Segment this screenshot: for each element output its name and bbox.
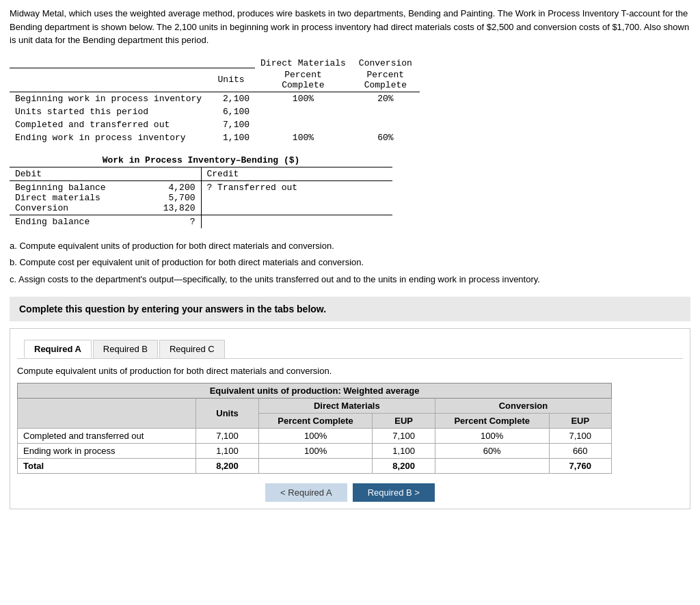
tab-required-a[interactable]: Required A (24, 340, 92, 358)
eup-conv-eup-header: EUP (549, 413, 612, 428)
t-account-credit-header: Credit (202, 167, 393, 180)
t-account-debit-row: Beginning balance4,200 (15, 183, 196, 193)
tab-required-c[interactable]: Required C (159, 340, 225, 358)
intro-text: Midway Metal, which uses the weighted av… (10, 7, 690, 47)
eup-dm-section: Direct Materials (258, 398, 435, 413)
eup-row-dm-pct[interactable]: 100% (258, 443, 373, 458)
complete-box: Complete this question by entering your … (10, 297, 690, 321)
tab-required-b[interactable]: Required B (93, 340, 158, 358)
tabs-wrapper: Required ARequired BRequired C (17, 336, 683, 359)
t-account: Work in Process Inventory–Bending ($) De… (10, 155, 392, 228)
eup-row-dm-pct[interactable] (258, 458, 373, 473)
eup-row-label: Ending work in process (18, 443, 196, 458)
dm-header: Direct Materials (255, 57, 351, 68)
unit-row-conv-pct: 20% (351, 92, 420, 105)
t-account-ending-left: Ending balance ? (10, 215, 202, 228)
unit-row-conv-pct: 60% (351, 131, 420, 144)
unit-row-dm-pct: 100% (255, 92, 351, 105)
eup-dm-pct-header: Percent Complete (258, 413, 373, 428)
questions: a. Compute equivalent units of productio… (10, 239, 690, 287)
unit-row-label: Completed and transferred out (10, 118, 207, 131)
unit-row-conv-pct (351, 105, 420, 118)
question-a: a. Compute equivalent units of productio… (10, 239, 690, 254)
unit-row-label: Beginning work in process inventory (10, 92, 207, 105)
eup-row-dm-eup[interactable]: 1,100 (373, 443, 435, 458)
eup-col-label (18, 398, 196, 428)
eup-row-conv-eup[interactable]: 7,100 (549, 428, 612, 443)
unit-row-dm-pct (255, 118, 351, 131)
eup-row-conv-eup[interactable]: 660 (549, 443, 612, 458)
eup-table-wrapper: Equivalent units of production: Weighted… (17, 383, 683, 474)
question-b: b. Compute cost per equivalent unit of p… (10, 256, 690, 270)
unit-row-label: Ending work in process inventory (10, 131, 207, 144)
t-account-debit-row: Direct materials5,700 (15, 193, 196, 203)
unit-row-units: 1,100 (207, 131, 255, 144)
unit-data-table: Direct Materials Conversion Units Percen… (10, 57, 420, 144)
prev-button[interactable]: < Required A (265, 483, 347, 502)
eup-table: Equivalent units of production: Weighted… (17, 383, 612, 474)
eup-row-conv-pct[interactable]: 100% (435, 428, 549, 443)
eup-row-dm-eup[interactable]: 8,200 (373, 458, 435, 473)
unit-row-dm-pct: 100% (255, 131, 351, 144)
compute-text: Compute equivalent units of production f… (17, 366, 683, 376)
unit-row-units: 6,100 (207, 105, 255, 118)
next-button[interactable]: Required B > (353, 483, 435, 502)
eup-row-units[interactable]: 8,200 (196, 458, 258, 473)
unit-row-dm-pct (255, 105, 351, 118)
eup-dm-eup-header: EUP (373, 413, 435, 428)
t-account-debit-header: Debit (10, 167, 202, 180)
unit-row-label: Units started this period (10, 105, 207, 118)
eup-table-title: Equivalent units of production: Weighted… (18, 383, 612, 398)
unit-row-conv-pct (351, 118, 420, 131)
question-c: c. Assign costs to the department's outp… (10, 273, 690, 287)
unit-row-units: 7,100 (207, 118, 255, 131)
t-account-credit-entry: ? Transferred out (202, 181, 393, 215)
eup-row-dm-eup[interactable]: 7,100 (373, 428, 435, 443)
eup-conv-section: Conversion (435, 398, 611, 413)
nav-buttons: < Required A Required B > (17, 483, 683, 502)
eup-conv-pct-header: Percent Complete (435, 413, 549, 428)
eup-row-units[interactable]: 1,100 (196, 443, 258, 458)
t-account-debit-entries: Beginning balance4,200Direct materials5,… (10, 181, 202, 215)
t-account-debit-row: Conversion13,820 (15, 203, 196, 213)
eup-row-conv-pct[interactable]: 60% (435, 443, 549, 458)
t-account-ending-right (202, 215, 393, 228)
eup-row-dm-pct[interactable]: 100% (258, 428, 373, 443)
unit-row-units: 2,100 (207, 92, 255, 105)
eup-units-header: Units (196, 398, 258, 428)
conv-header: Conversion (351, 57, 420, 68)
t-account-title: Work in Process Inventory–Bending ($) (10, 155, 392, 167)
eup-row-conv-eup[interactable]: 7,760 (549, 458, 612, 473)
eup-row-units[interactable]: 7,100 (196, 428, 258, 443)
eup-row-label: Total (18, 458, 196, 473)
eup-row-conv-pct[interactable] (435, 458, 549, 473)
units-header: Units (207, 68, 255, 92)
eup-row-label: Completed and transferred out (18, 428, 196, 443)
